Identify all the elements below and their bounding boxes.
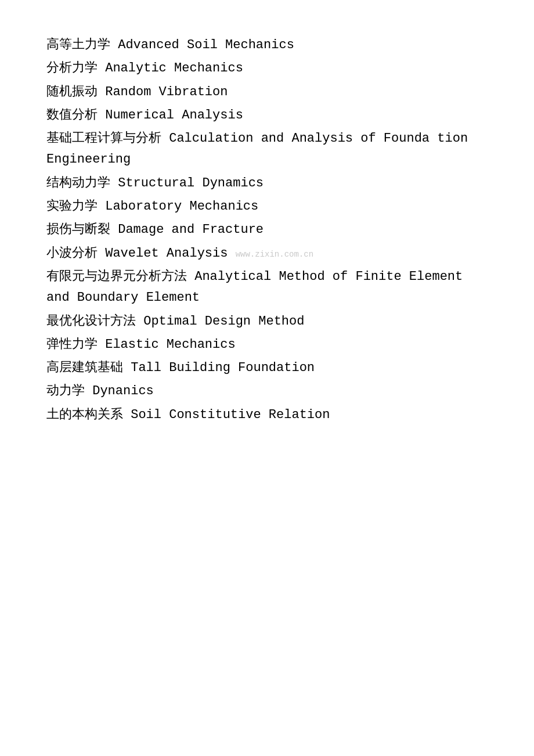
course-english: Tall Building Foundation [131, 361, 315, 375]
course-english: Optimal Design Method [143, 314, 304, 329]
course-chinese: 分析力学 [46, 61, 98, 75]
list-item: 数值分析 Numerical Analysis [46, 105, 488, 126]
list-item: 结构动力学 Structural Dynamics [46, 173, 488, 194]
list-item: 动力学 Dynanics [46, 381, 488, 402]
course-english: Structural Dynamics [118, 176, 264, 190]
course-chinese: 高层建筑基础 [46, 361, 123, 375]
list-item: 有限元与边界元分析方法 Analytical Method of Finite … [46, 267, 488, 309]
course-chinese: 随机振动 [46, 85, 98, 99]
course-chinese: 小波分析 [46, 246, 98, 261]
course-chinese: 实验力学 [46, 199, 98, 214]
course-english: Laboratory Mechanics [105, 199, 258, 214]
course-chinese: 数值分析 [46, 108, 98, 123]
course-chinese: 有限元与边界元分析方法 [46, 269, 187, 284]
list-item: 高等土力学 Advanced Soil Mechanics [46, 35, 488, 56]
list-item: 弹性力学 Elastic Mechanics [46, 334, 488, 355]
list-item: 小波分析 Wavelet Analysis www.zixin.com.cn [46, 243, 488, 264]
list-item: 土的本构关系 Soil Constitutive Relation [46, 405, 488, 426]
course-chinese: 高等土力学 [46, 38, 110, 52]
course-chinese: 动力学 [46, 384, 85, 398]
course-chinese: 结构动力学 [46, 176, 110, 190]
course-english: Numerical Analysis [105, 108, 243, 123]
course-chinese: 弹性力学 [46, 337, 98, 352]
course-english: Advanced Soil Mechanics [118, 38, 294, 52]
list-item: 实验力学 Laboratory Mechanics [46, 196, 488, 217]
course-english: Soil Constitutive Relation [131, 408, 330, 422]
course-english: Wavelet Analysis [105, 246, 228, 261]
list-item: 高层建筑基础 Tall Building Foundation [46, 358, 488, 379]
course-chinese: 基础工程计算与分析 [46, 131, 161, 146]
list-item: 最优化设计方法 Optimal Design Method [46, 311, 488, 332]
course-chinese: 土的本构关系 [46, 408, 123, 422]
list-item: 损伤与断裂 Damage and Fracture [46, 219, 488, 240]
course-english: Elastic Mechanics [105, 337, 235, 352]
list-item: 分析力学 Analytic Mechanics [46, 58, 488, 79]
course-english: Damage and Fracture [118, 222, 264, 237]
course-english: Dynanics [92, 384, 154, 398]
list-item: 基础工程计算与分析 Calculation and Analysis of Fo… [46, 128, 488, 171]
course-chinese: 最优化设计方法 [46, 314, 136, 329]
course-list: 高等土力学 Advanced Soil Mechanics 分析力学 Analy… [46, 35, 488, 426]
list-item: 随机振动 Random Vibration [46, 82, 488, 103]
course-chinese: 损伤与断裂 [46, 222, 110, 237]
course-english: Analytic Mechanics [105, 61, 243, 75]
watermark-text: www.zixin.com.cn [236, 250, 313, 259]
course-english: Random Vibration [105, 85, 228, 99]
